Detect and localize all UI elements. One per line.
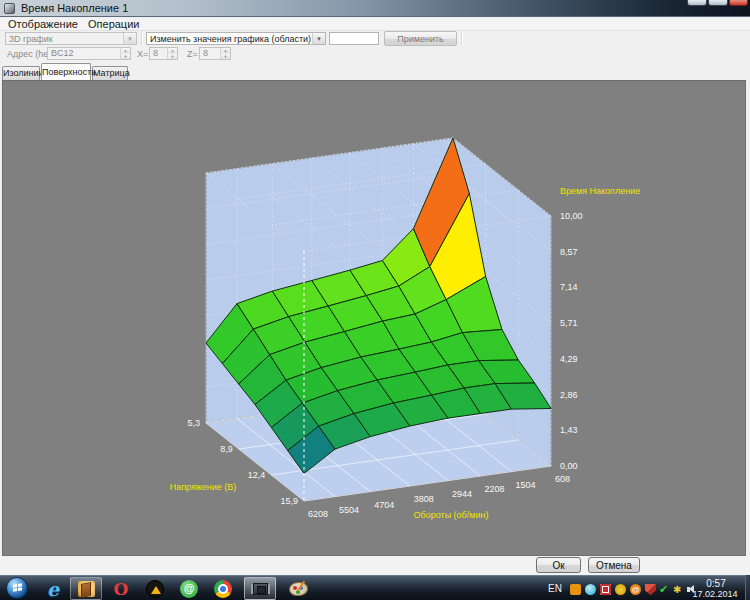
minimize-button[interactable]	[687, 0, 707, 6]
close-button[interactable]	[729, 0, 748, 6]
x-tick-label: 1504	[515, 480, 535, 490]
taskbar-item-paint[interactable]	[282, 577, 314, 600]
show-desktop-button[interactable]	[745, 575, 750, 600]
opera-icon: O	[114, 579, 129, 599]
z-value: 8	[200, 48, 220, 59]
taskbar-item-file-manager[interactable]	[70, 577, 102, 600]
z-axis-title: Время Накопление	[560, 186, 640, 196]
tab-matrix[interactable]: Матрица	[92, 66, 128, 80]
x-tick-label: 5504	[339, 505, 359, 515]
window-title: Время Накопление 1	[21, 2, 128, 14]
taskbar-item-mailru-agent[interactable]: @	[174, 577, 204, 600]
chip-icon	[253, 583, 268, 595]
y-tick-label: 15,9	[280, 496, 298, 506]
ok-button[interactable]: Ок	[536, 557, 581, 573]
value-input[interactable]	[329, 32, 379, 45]
clock-date[interactable]: 17.02.2014	[684, 589, 746, 599]
menu-item-operations[interactable]: Операции	[84, 18, 143, 30]
y-tick-label: 12,4	[248, 470, 266, 480]
x-tick-label: 2944	[452, 489, 472, 499]
apply-button[interactable]: Применить	[384, 31, 457, 46]
tray-check-icon[interactable]: ✔	[659, 584, 670, 595]
toolbar-separator	[461, 32, 462, 45]
x-tick-label: 608	[555, 474, 570, 484]
tray-mailru-icon[interactable]: @	[630, 584, 641, 595]
z-spinner[interactable]: 8 ▲▼	[199, 47, 231, 60]
x-label: X=	[137, 49, 148, 59]
x-tick-label: 3808	[414, 494, 434, 504]
z-tick-label: 4,29	[560, 354, 578, 364]
app-icon	[4, 3, 15, 14]
tray-orange-app-icon[interactable]	[570, 584, 581, 595]
address-value: BC12	[48, 48, 120, 59]
desktop: Время Накопление 1 Отображение Операции …	[0, 0, 750, 600]
x-tick-label: 2208	[484, 484, 504, 494]
window-titlebar: Время Накопление 1	[0, 0, 750, 17]
x-tick-label: 4704	[374, 500, 394, 510]
aimp-icon	[146, 580, 164, 598]
tray-aimp-icon[interactable]	[615, 584, 626, 595]
z-tick-label: 0,00	[560, 461, 578, 471]
x-value: 8	[150, 48, 167, 59]
view-mode-value: 3D график	[6, 34, 123, 44]
taskbar-item-aimp[interactable]	[140, 577, 170, 600]
taskbar: e O @ EN @ ✔ ✱ 0:57 17.02.2014	[0, 575, 750, 600]
view-mode-select[interactable]: 3D график ▼	[5, 32, 137, 45]
maximize-button[interactable]	[708, 0, 728, 6]
x-axis-title: Обороты (об/мин)	[414, 510, 489, 520]
z-tick-label: 7,14	[560, 282, 578, 292]
taskbar-item-chip-tuning-app[interactable]	[244, 577, 276, 600]
tab-isolines[interactable]: Изолинии	[2, 66, 40, 80]
tray-antivirus-shield-icon[interactable]	[645, 584, 656, 595]
taskbar-item-internet-explorer[interactable]: e	[38, 577, 68, 600]
action-value: Изменить значения графика (области) на з…	[147, 34, 312, 44]
address-spinner[interactable]: BC12 ▲▼	[47, 47, 131, 60]
toolbar-separator	[141, 32, 142, 45]
tab-surface[interactable]: Поверхность	[41, 63, 91, 80]
paint-icon	[289, 582, 308, 596]
z-tick-label: 2,86	[560, 390, 578, 400]
menu-item-display[interactable]: Отображение	[4, 18, 82, 30]
x-tick-label: 6208	[308, 509, 328, 519]
plot-panel: 0,001,432,864,295,717,148,5710,006208550…	[2, 80, 746, 556]
tray-update-star-icon[interactable]: ✱	[673, 584, 684, 595]
taskbar-item-chrome[interactable]	[208, 577, 238, 600]
z-tick-label: 1,43	[560, 425, 578, 435]
tab-bar: Изолинии Поверхность Матрица	[0, 62, 750, 80]
chevron-down-icon: ▼	[123, 33, 136, 44]
surface-plot[interactable]: 0,001,432,864,295,717,148,5710,006208550…	[3, 81, 745, 555]
z-tick-label: 5,71	[560, 318, 578, 328]
y-tick-label: 8,9	[220, 444, 233, 454]
chevron-down-icon: ▼	[312, 33, 325, 44]
action-select[interactable]: Изменить значения графика (области) на з…	[146, 32, 326, 45]
tray-skype-icon[interactable]	[585, 584, 596, 595]
y-tick-label: 5,3	[187, 418, 200, 428]
x-spinner[interactable]: 8 ▲▼	[149, 47, 178, 60]
z-tick-label: 10,00	[560, 211, 583, 221]
spinner-arrows-icon[interactable]: ▲▼	[120, 48, 130, 59]
file-manager-icon	[78, 581, 95, 597]
dialog-footer: Ок Отмена	[0, 556, 750, 575]
clock-time[interactable]: 0:57	[690, 578, 742, 589]
spinner-arrows-icon[interactable]: ▲▼	[220, 48, 230, 59]
start-button[interactable]	[6, 577, 28, 599]
chrome-icon	[214, 580, 232, 598]
mailru-agent-icon: @	[180, 580, 198, 598]
internet-explorer-icon: e	[47, 578, 59, 600]
tray-flash-drive-icon[interactable]	[600, 584, 611, 595]
taskbar-item-opera[interactable]: O	[106, 577, 136, 600]
z-tick-label: 8,57	[560, 247, 578, 257]
toolbar: 3D график ▼ Изменить значения графика (о…	[0, 31, 750, 62]
z-label: Z=	[187, 49, 198, 59]
y-axis-title: Напряжение (В)	[170, 482, 237, 492]
language-indicator[interactable]: EN	[548, 583, 562, 594]
cancel-button[interactable]: Отмена	[588, 557, 640, 573]
spinner-arrows-icon[interactable]: ▲▼	[167, 48, 177, 59]
menu-bar: Отображение Операции	[0, 18, 750, 31]
